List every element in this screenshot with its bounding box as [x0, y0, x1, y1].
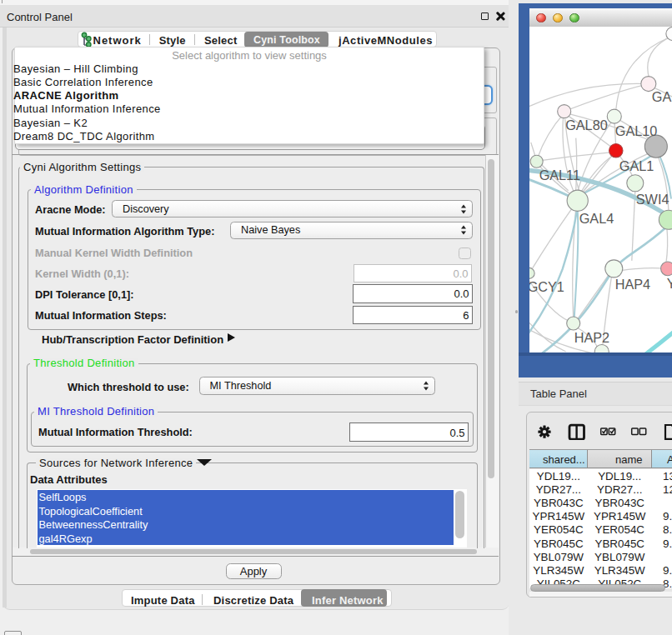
svg-text:HAP2: HAP2 [574, 330, 609, 345]
svg-text:GAL1: GAL1 [619, 158, 653, 173]
svg-text:Y: Y [666, 276, 672, 291]
svg-text:GAL4: GAL4 [579, 211, 613, 226]
svg-text:GAL80: GAL80 [565, 118, 608, 132]
svg-text:GAL11: GAL11 [539, 168, 579, 182]
svg-text:SWI4: SWI4 [635, 191, 669, 206]
svg-text:HAP4: HAP4 [614, 277, 649, 292]
svg-text:GCY1: GCY1 [529, 279, 564, 294]
svg-text:GAL10: GAL10 [614, 122, 657, 138]
svg-text:GAL7: GAL7 [651, 88, 672, 103]
